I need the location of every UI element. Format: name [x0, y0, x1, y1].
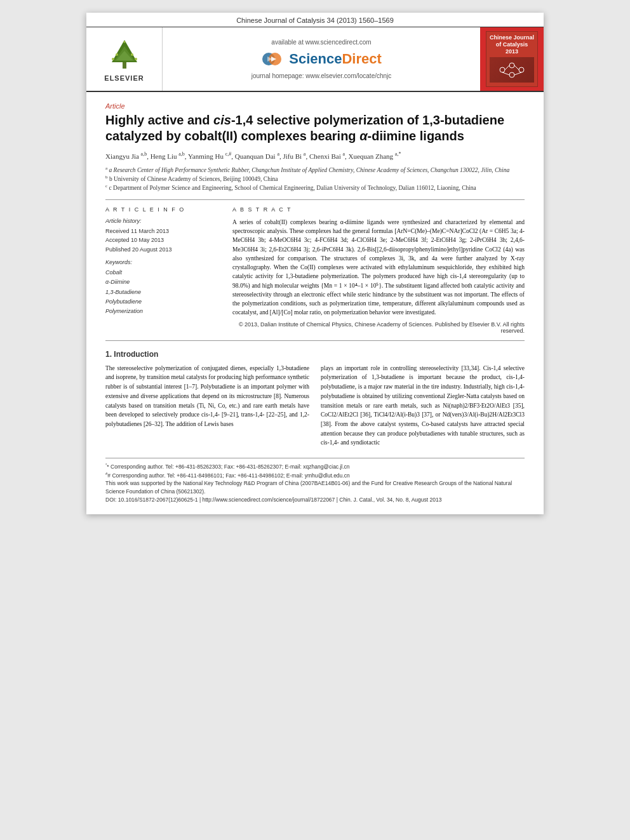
footnote-doi: DOI: 10.1016/S1872-2067(12)60625-1 | htt…	[105, 496, 525, 504]
svg-point-14	[509, 63, 514, 68]
sd-journal-home-text: journal homepage: www.elsevier.com/locat…	[251, 72, 392, 79]
keyword-3: 1,3-Butadiene	[105, 289, 141, 295]
keyword-4: Polybutadiene	[105, 298, 142, 305]
intro-section-heading: Introduction	[114, 350, 158, 359]
article-info-abstract-section: A R T I C L E I N F O Article history: R…	[105, 206, 525, 334]
svg-point-4	[116, 53, 118, 56]
svg-point-15	[519, 67, 524, 72]
intro-right-col: plays an important role in controlling s…	[321, 364, 525, 448]
affiliation-c: c Department of Polymer Science and Engi…	[109, 185, 476, 192]
introduction-section: 1. Introduction The stereoselective poly…	[105, 350, 525, 448]
journal-header-text: Chinese Journal of Catalysis 34 (2013) 1…	[236, 17, 394, 24]
published-date: Published 20 August 2013	[105, 246, 172, 253]
article-title: Highly active and cis-1,4 selective poly…	[105, 112, 525, 144]
article-history-label: Article history:	[105, 218, 220, 224]
affiliation-b: b University of Chinese Academy of Scien…	[109, 176, 278, 182]
elsevier-logo-area: ELSEVIER	[86, 27, 163, 91]
intro-left-col: The stereoselective polymerization of co…	[105, 364, 309, 448]
journal-cover-area: Chinese Journal of Catalysis 2013	[480, 27, 544, 91]
intro-section-number: 1.	[105, 350, 112, 359]
cover-image-placeholder	[490, 57, 534, 83]
svg-point-5	[131, 53, 133, 56]
svg-rect-0	[123, 62, 126, 69]
keywords-label: Keywords:	[105, 259, 220, 265]
svg-point-7	[135, 58, 137, 60]
accepted-date: Accepted 10 May 2013	[105, 237, 164, 243]
article-dates: Received 11 March 2013 Accepted 10 May 2…	[105, 227, 220, 254]
divider-1	[105, 199, 525, 200]
elsevier-brand-text: ELSEVIER	[104, 74, 144, 82]
affiliations: a a Research Center of High Performance …	[105, 166, 525, 193]
keyword-5: Polymerization	[105, 308, 143, 314]
top-banner: ELSEVIER available at www.sciencedirect.…	[86, 27, 544, 92]
intro-right-text: plays an important role in controlling s…	[321, 364, 525, 448]
footnote-funding: This work was supported by the National …	[105, 479, 525, 496]
affiliation-a: a Research Center of High Performance Sy…	[109, 167, 509, 173]
sd-logo-text: ScienceDirect	[289, 51, 382, 67]
content-area: Article Highly active and cis-1,4 select…	[86, 92, 544, 514]
svg-point-16	[509, 72, 514, 77]
journal-header: Chinese Journal of Catalysis 34 (2013) 1…	[86, 13, 544, 27]
svg-point-13	[500, 67, 505, 72]
article-info-col: A R T I C L E I N F O Article history: R…	[105, 206, 220, 334]
journal-cover-title: Chinese Journal of Catalysis 2013	[489, 34, 535, 55]
svg-point-6	[112, 58, 114, 60]
elsevier-tree-icon	[105, 37, 144, 72]
sd-available-text: available at www.sciencedirect.com	[271, 39, 371, 46]
svg-line-19	[514, 72, 521, 75]
abstract-header: A B S T R A C T	[232, 206, 525, 213]
footnote-corresponding1: ** Corresponding author. Tel: +86-431-85…	[105, 462, 525, 471]
article-type: Article	[105, 102, 525, 110]
keyword-1: Cobalt	[105, 269, 122, 276]
footnotes-area: ** Corresponding author. Tel: +86-431-85…	[105, 458, 525, 503]
copyright-text: © 2013, Dalian Institute of Chemical Phy…	[232, 321, 525, 334]
svg-point-8	[123, 41, 125, 43]
page: Chinese Journal of Catalysis 34 (2013) 1…	[86, 13, 544, 514]
svg-line-17	[505, 65, 509, 70]
keywords-list: Cobalt α-Diimine 1,3-Butadiene Polybutad…	[105, 268, 220, 316]
sciencedirect-area: available at www.sciencedirect.com Scien…	[163, 27, 480, 91]
article-info-header: A R T I C L E I N F O	[105, 206, 220, 213]
sd-logo: ScienceDirect	[261, 50, 382, 69]
abstract-text: A series of cobalt(II) complexes bearing…	[232, 218, 525, 317]
divider-2	[105, 340, 525, 341]
keyword-2: α-Diimine	[105, 279, 130, 285]
svg-line-18	[514, 65, 519, 70]
intro-two-col: The stereoselective polymerization of co…	[105, 364, 525, 448]
journal-cover-box: Chinese Journal of Catalysis 2013	[486, 31, 538, 87]
intro-section-title: 1. Introduction	[105, 350, 525, 359]
abstract-col: A B S T R A C T A series of cobalt(II) c…	[232, 206, 525, 334]
svg-line-20	[502, 72, 509, 75]
received-date: Received 11 March 2013	[105, 228, 169, 234]
intro-left-text: The stereoselective polymerization of co…	[105, 364, 309, 429]
sd-logo-icon	[261, 50, 286, 69]
footnote-corresponding2: ## Corresponding author. Tel: +86-411-84…	[105, 471, 525, 480]
authors: Xiangyu Jia a,b, Heng Liu a,b, Yanming H…	[105, 150, 525, 161]
